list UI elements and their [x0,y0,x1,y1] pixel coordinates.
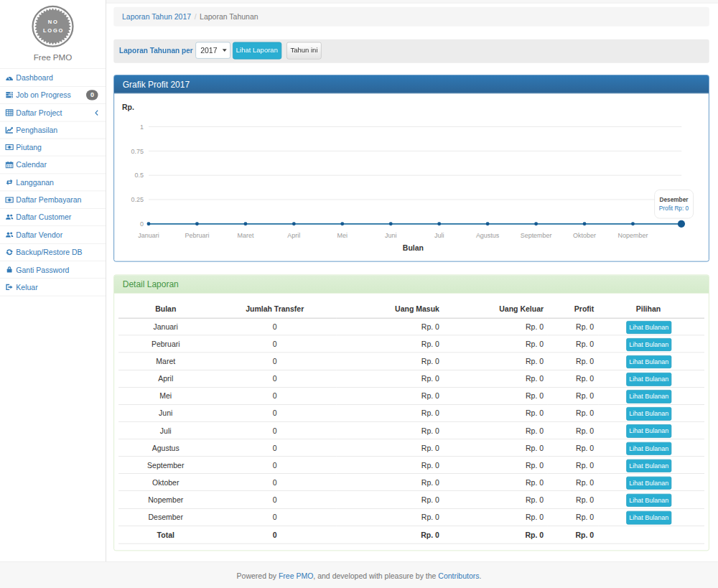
svg-text:Pebruari: Pebruari [185,232,209,239]
svg-text:NO: NO [48,19,59,25]
svg-text:September: September [520,232,551,239]
svg-text:Juni: Juni [385,232,396,239]
svg-text:Nopember: Nopember [617,232,648,239]
svg-text:0.75: 0.75 [131,147,144,154]
svg-text:Agustus: Agustus [476,232,500,239]
svg-text:Maret: Maret [237,232,253,239]
svg-text:Juli: Juli [434,232,444,239]
svg-text:0.25: 0.25 [131,196,144,203]
svg-text:Oktober: Oktober [573,232,596,239]
svg-text:LOGO: LOGO [43,27,64,34]
svg-text:Januari: Januari [138,232,159,239]
svg-text:Rp.: Rp. [122,103,134,111]
svg-text:0: 0 [140,220,144,228]
svg-text:April: April [287,232,300,239]
svg-text:1: 1 [140,123,144,131]
svg-text:Bulan: Bulan [403,243,424,251]
svg-text:Mei: Mei [337,232,347,239]
svg-text:0.5: 0.5 [134,172,144,179]
